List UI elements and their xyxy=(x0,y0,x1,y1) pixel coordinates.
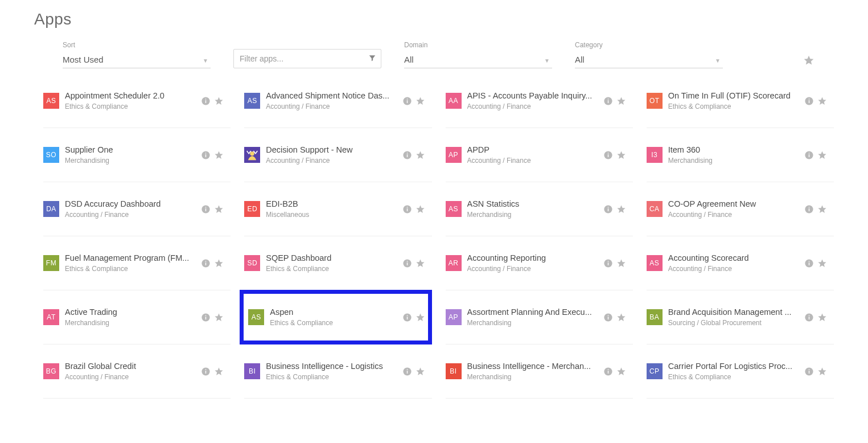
info-icon[interactable] xyxy=(402,367,412,376)
star-icon[interactable] xyxy=(416,313,425,322)
info-icon[interactable] xyxy=(603,367,613,376)
app-card[interactable]: I3Item 360Merchandising xyxy=(647,128,834,182)
info-icon[interactable] xyxy=(804,150,814,160)
star-icon[interactable] xyxy=(214,96,224,106)
app-category: Accounting / Finance xyxy=(65,373,196,381)
star-icon[interactable] xyxy=(817,313,827,322)
app-category: Ethics & Compliance xyxy=(668,102,800,110)
domain-value: All xyxy=(404,55,414,64)
app-card[interactable]: ASASN StatisticsMerchandising xyxy=(446,182,633,236)
filter-apps-input[interactable] xyxy=(234,51,364,67)
app-actions xyxy=(201,313,224,322)
app-text: Supplier OneMerchandising xyxy=(65,145,196,165)
info-icon[interactable] xyxy=(201,150,211,160)
info-icon[interactable] xyxy=(603,259,613,268)
star-icon[interactable] xyxy=(616,204,626,214)
app-card[interactable]: Decision Support - NewAccounting / Finan… xyxy=(244,128,431,182)
app-abbrev-icon: OT xyxy=(647,93,663,109)
category-select[interactable]: All ▼ xyxy=(575,52,723,68)
info-icon[interactable] xyxy=(402,96,412,106)
domain-select[interactable]: All ▼ xyxy=(404,52,552,68)
app-card[interactable]: ASAppointment Scheduler 2.0Ethics & Comp… xyxy=(43,74,231,128)
app-card[interactable]: ASAccounting ScorecardAccounting / Finan… xyxy=(647,236,834,290)
app-card[interactable]: ASAspenEthics & Compliance xyxy=(240,290,431,344)
app-card[interactable]: BABrand Acquisition Management ...Sourci… xyxy=(647,290,834,344)
star-icon[interactable] xyxy=(616,259,626,268)
app-card[interactable]: OTOn Time In Full (OTIF) ScorecardEthics… xyxy=(647,74,834,128)
app-actions xyxy=(804,150,827,160)
star-icon[interactable] xyxy=(616,313,626,322)
info-icon[interactable] xyxy=(402,150,412,160)
info-icon[interactable] xyxy=(603,150,613,160)
info-icon[interactable] xyxy=(201,96,211,106)
app-name: Carrier Portal For Logistics Proc... xyxy=(668,362,800,371)
info-icon[interactable] xyxy=(402,259,412,268)
star-icon[interactable] xyxy=(214,367,224,376)
app-name: ASN Statistics xyxy=(467,199,599,208)
star-icon[interactable] xyxy=(214,313,224,322)
star-icon[interactable] xyxy=(214,259,224,268)
star-icon[interactable] xyxy=(214,204,224,214)
info-icon[interactable] xyxy=(804,259,814,268)
star-icon[interactable] xyxy=(416,259,425,268)
app-text: Carrier Portal For Logistics Proc...Ethi… xyxy=(668,362,800,381)
star-icon[interactable] xyxy=(817,259,827,268)
app-actions xyxy=(402,259,425,268)
star-icon[interactable] xyxy=(817,367,827,376)
filters-row: Sort Most Used ▼ Domain All ▼ Category A… xyxy=(34,41,834,68)
app-card[interactable]: ARAccounting ReportingAccounting / Finan… xyxy=(446,236,633,290)
info-icon[interactable] xyxy=(201,204,211,214)
star-icon[interactable] xyxy=(817,150,827,160)
app-card[interactable]: ASAdvanced Shipment Notice Das...Account… xyxy=(244,74,431,128)
info-icon[interactable] xyxy=(201,259,211,268)
app-name: Advanced Shipment Notice Das... xyxy=(266,91,397,100)
app-card[interactable]: APAssortment Planning And Execu...Mercha… xyxy=(446,290,633,344)
app-card[interactable]: BGBrazil Global CreditAccounting / Finan… xyxy=(43,344,231,399)
star-icon[interactable] xyxy=(616,367,626,376)
app-abbrev-icon: ED xyxy=(244,201,260,217)
app-card[interactable]: DADSD Accuracy DashboardAccounting / Fin… xyxy=(43,182,231,236)
star-icon[interactable] xyxy=(616,96,626,106)
app-name: Appointment Scheduler 2.0 xyxy=(65,91,196,100)
app-abbrev-icon: BI xyxy=(244,363,260,379)
info-icon[interactable] xyxy=(804,367,814,376)
star-icon[interactable] xyxy=(817,96,827,106)
info-icon[interactable] xyxy=(804,204,814,214)
favorites-toggle[interactable] xyxy=(801,52,817,68)
info-icon[interactable] xyxy=(804,96,814,106)
sort-select[interactable]: Most Used ▼ xyxy=(63,52,211,68)
info-icon[interactable] xyxy=(804,313,814,322)
app-abbrev-icon: AS xyxy=(244,93,260,109)
app-card[interactable]: CPCarrier Portal For Logistics Proc...Et… xyxy=(647,344,834,399)
app-card[interactable]: BIBusiness Intelligence - Merchan...Merc… xyxy=(446,344,633,399)
app-card[interactable]: SOSupplier OneMerchandising xyxy=(43,128,231,182)
app-category: Sourcing / Global Procurement xyxy=(668,319,800,327)
info-icon[interactable] xyxy=(603,313,613,322)
info-icon[interactable] xyxy=(603,96,613,106)
app-card[interactable]: FMFuel Management Program (FM...Ethics &… xyxy=(43,236,231,290)
info-icon[interactable] xyxy=(201,367,211,376)
star-icon[interactable] xyxy=(616,150,626,160)
filter-icon[interactable] xyxy=(364,54,381,64)
app-card[interactable]: APAPDPAccounting / Finance xyxy=(446,128,633,182)
star-icon[interactable] xyxy=(416,204,425,214)
info-icon[interactable] xyxy=(603,204,613,214)
star-icon[interactable] xyxy=(416,367,425,376)
app-name: DSD Accuracy Dashboard xyxy=(65,199,196,208)
app-card[interactable]: ATActive TradingMerchandising xyxy=(43,290,231,344)
info-icon[interactable] xyxy=(402,204,412,214)
app-card[interactable]: BIBusiness Intelligence - LogisticsEthic… xyxy=(244,344,431,399)
app-text: Decision Support - NewAccounting / Finan… xyxy=(266,145,397,165)
star-icon[interactable] xyxy=(214,150,224,160)
info-icon[interactable] xyxy=(201,313,211,322)
star-icon[interactable] xyxy=(416,96,425,106)
info-icon[interactable] xyxy=(402,313,412,322)
star-icon[interactable] xyxy=(416,150,425,160)
app-card[interactable]: CACO-OP Agreement NewAccounting / Financ… xyxy=(647,182,834,236)
app-card[interactable]: SDSQEP DashboardEthics & Compliance xyxy=(244,236,431,290)
app-card[interactable]: EDEDI-B2BMiscellaneous xyxy=(244,182,431,236)
app-actions xyxy=(804,313,827,322)
app-abbrev-icon: AP xyxy=(446,147,462,163)
star-icon[interactable] xyxy=(817,204,827,214)
app-card[interactable]: AAAPIS - Accounts Payable Inquiry...Acco… xyxy=(446,74,633,128)
